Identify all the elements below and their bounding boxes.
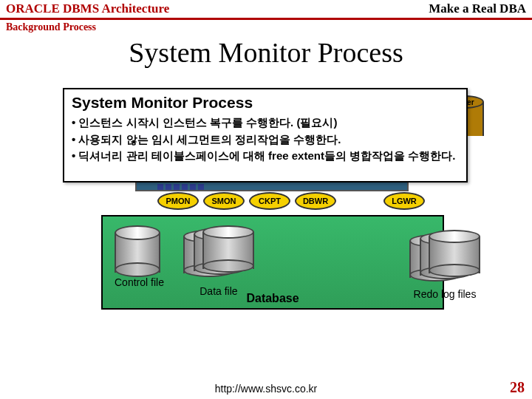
header-right: Make a Real DBA (429, 1, 526, 16)
callout-box: System Monitor Process • 인스턴스 시작시 인스턴스 복… (63, 88, 468, 183)
process-row: PMON SMON CKPT DBWR LGWR (157, 192, 453, 210)
buffer-squares (157, 184, 204, 190)
callout-item-1: • 사용되지 않는 임시 세그먼트의 정리작업을 수행한다. (72, 132, 459, 149)
slide-header: ORACLE DBMS Architecture Make a Real DBA (0, 0, 532, 20)
process-pmon: PMON (157, 192, 199, 210)
control-file-cyl: Control file (115, 225, 164, 288)
process-smon: SMON (203, 192, 245, 210)
process-ckpt: CKPT (249, 192, 290, 210)
diagram: Log er System Monitor Process • 인스턴스 시작시… (41, 82, 491, 310)
redo-log-cyl: Redo log files (404, 230, 485, 300)
redo-log-label: Redo log files (404, 289, 485, 300)
process-dbwr: DBWR (295, 192, 336, 210)
page-title: System Monitor Process (0, 36, 532, 69)
database-label: Database (103, 292, 443, 305)
control-file-label: Control file (115, 277, 164, 288)
process-lgwr: LGWR (383, 192, 425, 210)
header-left: ORACLE DBMS Architecture (6, 1, 169, 16)
footer-url: http://www.shsvc.co.kr (0, 383, 532, 395)
callout-title: System Monitor Process (72, 94, 459, 112)
page-number: 28 (510, 379, 525, 396)
data-file-cyl: Data file (183, 225, 254, 297)
callout-item-0: • 인스턴스 시작시 인스턴스 복구를 수행한다. (필요시) (72, 115, 459, 132)
database-box: Control file Data file Database (101, 215, 444, 310)
callout-item-2: • 딕셔너리 관리 테이블스페이스에 대해 free extent들의 병합작업… (72, 148, 459, 165)
header-sub: Background Process (0, 20, 532, 35)
